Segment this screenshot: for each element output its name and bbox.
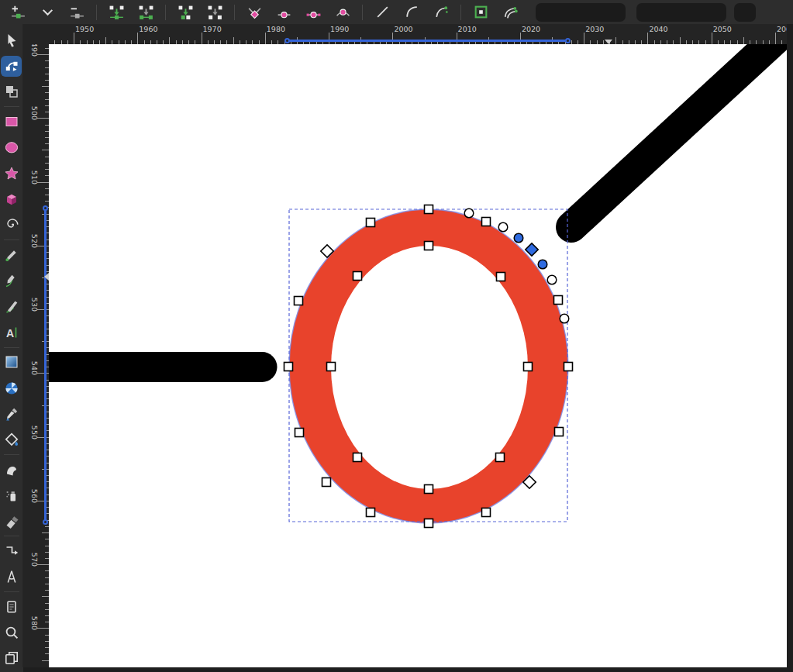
- path-node-square[interactable]: [524, 363, 533, 371]
- path-node-square[interactable]: [295, 429, 304, 437]
- ruler-label: 490: [30, 44, 39, 57]
- node-smooth-button[interactable]: [269, 2, 298, 22]
- ruler-tick: [680, 37, 681, 44]
- path-node-square[interactable]: [555, 428, 564, 436]
- selected-path-node-circle[interactable]: [538, 260, 547, 269]
- unit-dropdown[interactable]: [734, 3, 756, 22]
- object-to-path-button[interactable]: [466, 2, 495, 22]
- node-corner-button[interactable]: [240, 2, 269, 22]
- join-with-segment-button[interactable]: [131, 2, 160, 22]
- x-coordinate-spinbox[interactable]: [536, 3, 626, 22]
- selected-path-node-circle[interactable]: [514, 233, 523, 243]
- ellipse-tool[interactable]: [1, 137, 22, 158]
- pages-tool[interactable]: [1, 596, 22, 617]
- node-auto-button[interactable]: [328, 2, 357, 22]
- vertical-ruler[interactable]: 490500510520530540550560570580: [23, 44, 49, 667]
- path-node-square[interactable]: [425, 485, 433, 494]
- path-node-circle[interactable]: [560, 314, 569, 323]
- path-node-square[interactable]: [482, 508, 491, 517]
- path-node-square[interactable]: [322, 478, 331, 487]
- ruler-tick: [37, 118, 49, 119]
- path-node-square[interactable]: [367, 508, 375, 517]
- path-node-square[interactable]: [425, 205, 433, 214]
- ruler-tick: [37, 628, 49, 629]
- node-tool[interactable]: [1, 56, 22, 77]
- ruler-tick: [202, 33, 202, 44]
- path-node-square[interactable]: [425, 519, 433, 528]
- pen-tool[interactable]: [1, 271, 22, 291]
- gradient-tool[interactable]: [1, 352, 22, 373]
- shape-builder-icon: [4, 84, 19, 99]
- star-tool[interactable]: [1, 163, 22, 184]
- calligraphy-tool[interactable]: [1, 296, 22, 317]
- ruler-label: 560: [30, 489, 39, 503]
- path-node-square[interactable]: [554, 296, 563, 305]
- ruler-tick: [42, 660, 49, 661]
- path-node-square[interactable]: [497, 273, 505, 281]
- delete-segment-icon: [207, 4, 223, 20]
- vertical-scrollbar[interactable]: [787, 24, 793, 672]
- horizontal-ruler[interactable]: 1950196019701980199020002010202020302040…: [23, 24, 793, 44]
- zoom-tool[interactable]: [1, 622, 22, 643]
- connector-tool[interactable]: [1, 540, 22, 561]
- spiral-tool[interactable]: [1, 215, 22, 236]
- delete-node-button[interactable]: [62, 2, 91, 22]
- text-tool[interactable]: A: [1, 322, 22, 343]
- ruler-tick: [37, 246, 49, 246]
- node-editor-icon: [4, 58, 19, 74]
- path-node-square[interactable]: [295, 297, 303, 305]
- add-corners-lpe-button[interactable]: [426, 2, 456, 22]
- selected-path-node-diamond[interactable]: [526, 243, 538, 256]
- ruler-tick: [42, 150, 49, 150]
- break-nodes-button[interactable]: [171, 2, 200, 22]
- box-3d-tool[interactable]: [1, 188, 22, 209]
- insert-node-options-button[interactable]: [33, 2, 62, 22]
- canvas[interactable]: [49, 44, 787, 667]
- ruler-tick: [233, 37, 234, 44]
- path-node-circle[interactable]: [464, 208, 474, 218]
- path-node-square[interactable]: [327, 363, 336, 371]
- selector-tool[interactable]: [1, 29, 22, 50]
- toolbar-group: [240, 0, 357, 24]
- shape-builder-tool[interactable]: [1, 81, 22, 102]
- ruler-tick: [105, 37, 106, 44]
- spray-tool[interactable]: [1, 485, 22, 506]
- ruler-label: 570: [30, 553, 39, 567]
- dropper-tool[interactable]: [1, 403, 22, 424]
- add-corners-icon: [433, 4, 450, 20]
- path-node-square[interactable]: [496, 453, 505, 462]
- duplicate-window-tool[interactable]: [1, 648, 22, 669]
- eraser-tool[interactable]: [1, 511, 22, 532]
- segment-curve-icon: [404, 4, 420, 20]
- pen-icon: [4, 273, 19, 288]
- path-node-square[interactable]: [564, 363, 573, 371]
- path-node-circle[interactable]: [498, 222, 508, 232]
- path-node-square[interactable]: [425, 242, 433, 250]
- mesh-gradient-tool[interactable]: [1, 377, 22, 398]
- stroke-to-path-button[interactable]: [495, 2, 525, 22]
- paint-bucket-tool[interactable]: [1, 429, 22, 450]
- path-node-square[interactable]: [367, 219, 375, 227]
- path-node-square[interactable]: [284, 363, 293, 371]
- delete-segment-button[interactable]: [200, 2, 229, 22]
- path-node-square[interactable]: [353, 272, 362, 281]
- segment-line-button[interactable]: [367, 2, 397, 22]
- path-node-square[interactable]: [482, 218, 491, 226]
- path-node-circle[interactable]: [547, 275, 557, 284]
- pencil-tool[interactable]: [1, 244, 22, 265]
- tweak-tool[interactable]: [1, 459, 22, 480]
- selection-extent-end: [284, 38, 290, 43]
- join-nodes-button[interactable]: [102, 2, 131, 22]
- rectangle-tool[interactable]: [1, 111, 22, 132]
- y-coordinate-spinbox[interactable]: [636, 3, 726, 22]
- ruler-label: 2000: [394, 25, 412, 33]
- toolbar-separator: [362, 5, 363, 20]
- node-symmetric-button[interactable]: [298, 2, 328, 22]
- measure-tool[interactable]: [1, 567, 22, 588]
- segment-curve-button[interactable]: [397, 2, 426, 22]
- path-node-square[interactable]: [353, 453, 362, 462]
- horizontal-scrollbar[interactable]: [23, 667, 793, 672]
- insert-node-button[interactable]: [3, 2, 33, 22]
- black-stroke-diagonal[interactable]: [571, 44, 787, 227]
- ruler-tick: [42, 86, 49, 87]
